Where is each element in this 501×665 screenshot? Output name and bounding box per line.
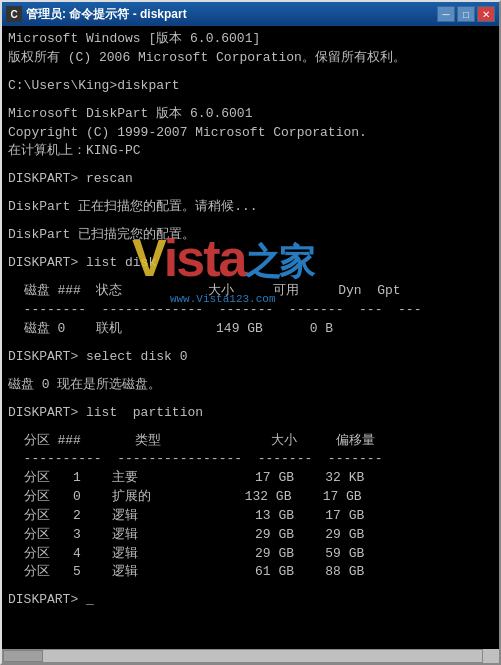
terminal-line bbox=[8, 68, 493, 77]
scrollbar-corner bbox=[483, 649, 499, 663]
terminal-line: Copyright (C) 1999-2007 Microsoft Corpor… bbox=[8, 124, 493, 143]
terminal-line bbox=[8, 273, 493, 282]
terminal-line: DISKPART> list partition bbox=[8, 404, 493, 423]
terminal-line: DiskPart 已扫描完您的配置。 bbox=[8, 226, 493, 245]
terminal-line bbox=[8, 339, 493, 348]
terminal-line: DISKPART> list disk bbox=[8, 254, 493, 273]
terminal-line: 分区 1 主要 17 GB 32 KB bbox=[8, 469, 493, 488]
terminal-line: Microsoft DiskPart 版本 6.0.6001 bbox=[8, 105, 493, 124]
terminal-line bbox=[8, 395, 493, 404]
terminal-line bbox=[8, 161, 493, 170]
scrollbar-area bbox=[2, 649, 499, 663]
terminal-line: 分区 0 扩展的 132 GB 17 GB bbox=[8, 488, 493, 507]
terminal-line: 分区 4 逻辑 29 GB 59 GB bbox=[8, 545, 493, 564]
terminal-line bbox=[8, 245, 493, 254]
terminal-line: -------- ------------- ------- ------- -… bbox=[8, 301, 493, 320]
terminal-line: DISKPART> select disk 0 bbox=[8, 348, 493, 367]
terminal-line: 分区 3 逻辑 29 GB 29 GB bbox=[8, 526, 493, 545]
window: C 管理员: 命令提示符 - diskpart ─ □ ✕ Vista之家 ww… bbox=[0, 0, 501, 665]
terminal-lines: Microsoft Windows [版本 6.0.6001]版权所有 (C) … bbox=[8, 30, 493, 610]
terminal-line bbox=[8, 367, 493, 376]
terminal-line: 分区 ### 类型 大小 偏移量 bbox=[8, 432, 493, 451]
terminal-line: DISKPART> rescan bbox=[8, 170, 493, 189]
terminal-line: 版权所有 (C) 2006 Microsoft Corporation。保留所有… bbox=[8, 49, 493, 68]
terminal-line: 磁盘 ### 状态 大小 可用 Dyn Gpt bbox=[8, 282, 493, 301]
terminal-line: 分区 2 逻辑 13 GB 17 GB bbox=[8, 507, 493, 526]
terminal-line: DISKPART> _ bbox=[8, 591, 493, 610]
h-scroll-thumb[interactable] bbox=[3, 650, 43, 662]
terminal-line: C:\Users\King>diskpart bbox=[8, 77, 493, 96]
terminal-line: ---------- ---------------- ------- ----… bbox=[8, 450, 493, 469]
terminal-line: 磁盘 0 现在是所选磁盘。 bbox=[8, 376, 493, 395]
h-scrollbar[interactable] bbox=[2, 649, 483, 663]
title-bar-left: C 管理员: 命令提示符 - diskpart bbox=[6, 6, 187, 23]
close-button[interactable]: ✕ bbox=[477, 6, 495, 22]
terminal-line bbox=[8, 217, 493, 226]
terminal-line bbox=[8, 422, 493, 431]
terminal-line: 在计算机上：KING-PC bbox=[8, 142, 493, 161]
terminal-line bbox=[8, 96, 493, 105]
app-icon: C bbox=[6, 6, 22, 22]
terminal-line: Microsoft Windows [版本 6.0.6001] bbox=[8, 30, 493, 49]
terminal-output: Vista之家 www.Vista123.com Microsoft Windo… bbox=[2, 26, 499, 649]
title-bar: C 管理员: 命令提示符 - diskpart ─ □ ✕ bbox=[2, 2, 499, 26]
terminal-line bbox=[8, 582, 493, 591]
terminal-line: 分区 5 逻辑 61 GB 88 GB bbox=[8, 563, 493, 582]
window-title: 管理员: 命令提示符 - diskpart bbox=[26, 6, 187, 23]
title-buttons: ─ □ ✕ bbox=[437, 6, 495, 22]
maximize-button[interactable]: □ bbox=[457, 6, 475, 22]
minimize-button[interactable]: ─ bbox=[437, 6, 455, 22]
terminal-line: 磁盘 0 联机 149 GB 0 B bbox=[8, 320, 493, 339]
terminal-line bbox=[8, 189, 493, 198]
terminal-line: DiskPart 正在扫描您的配置。请稍候... bbox=[8, 198, 493, 217]
